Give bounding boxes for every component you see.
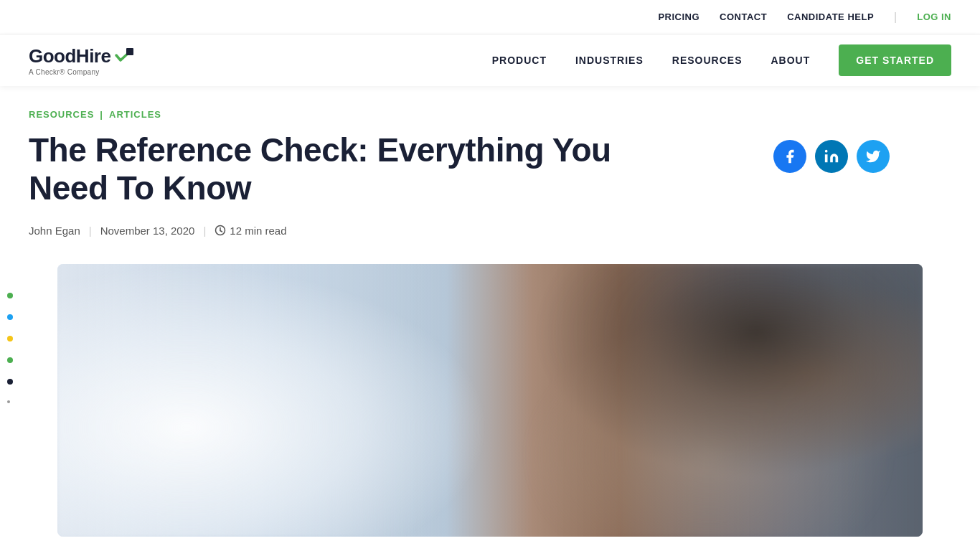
side-decoration [7,293,13,403]
logo-text: GoodHire [29,45,133,67]
dot-2 [7,314,13,320]
pricing-link[interactable]: PRICING [658,11,699,22]
twitter-share-button[interactable] [857,140,890,173]
svg-point-4 [825,150,828,153]
main-navigation: GoodHire A Checkr® Company PRODUCT INDUS… [0,34,980,86]
article-image-wrapper [29,264,951,537]
article-title-area: The Reference Check: Everything You Need… [29,131,674,257]
article-author: John Egan [29,225,80,237]
image-light-layer [57,264,490,537]
breadcrumb: RESOURCES | ARTICLES [0,86,980,131]
nav-links: PRODUCT INDUSTRIES RESOURCES ABOUT GET S… [492,44,951,76]
nav-resources[interactable]: RESOURCES [672,55,743,66]
nav-industries[interactable]: INDUSTRIES [575,55,644,66]
dot-1 [7,293,13,298]
social-share [773,131,890,173]
linkedin-share-button[interactable] [815,140,848,173]
article-date: November 13, 2020 [100,225,195,237]
clock-icon [215,225,226,236]
dot-4 [7,357,13,363]
logo-checkmark-icon [113,48,133,64]
svg-line-3 [220,231,222,232]
nav-product[interactable]: PRODUCT [492,55,547,66]
meta-divider-2: | [203,225,206,237]
get-started-button[interactable]: GET STARTED [839,44,951,76]
logo[interactable]: GoodHire A Checkr® Company [29,45,133,76]
svg-rect-0 [126,48,133,55]
article-title: The Reference Check: Everything You Need… [29,131,674,207]
breadcrumb-resources[interactable]: RESOURCES [29,109,94,120]
article-read-time: 12 min read [215,225,286,237]
contact-link[interactable]: CONTACT [720,11,767,22]
dot-3 [7,336,13,342]
top-utility-bar: PRICING CONTACT CANDIDATE HELP | LOG IN [0,0,980,34]
nav-about[interactable]: ABOUT [771,55,810,66]
article-image-background [57,264,923,537]
read-time-text: 12 min read [230,225,286,237]
nav-divider: | [894,11,897,24]
dot-5 [7,379,13,385]
candidate-help-link[interactable]: CANDIDATE HELP [787,11,874,22]
dot-6 [7,400,10,403]
breadcrumb-separator: | [100,109,103,120]
login-link[interactable]: LOG IN [917,11,951,22]
meta-divider-1: | [89,225,92,237]
article-header: The Reference Check: Everything You Need… [0,131,918,257]
logo-subtitle: A Checkr® Company [29,68,133,76]
breadcrumb-articles[interactable]: ARTICLES [109,109,161,120]
image-person-layer [447,264,923,537]
logo-name: GoodHire [29,45,110,67]
article-meta: John Egan | November 13, 2020 | 12 min r… [29,225,674,237]
facebook-share-button[interactable] [773,140,806,173]
top-bar-links: PRICING CONTACT CANDIDATE HELP | LOG IN [658,11,951,24]
article-image [57,264,923,537]
